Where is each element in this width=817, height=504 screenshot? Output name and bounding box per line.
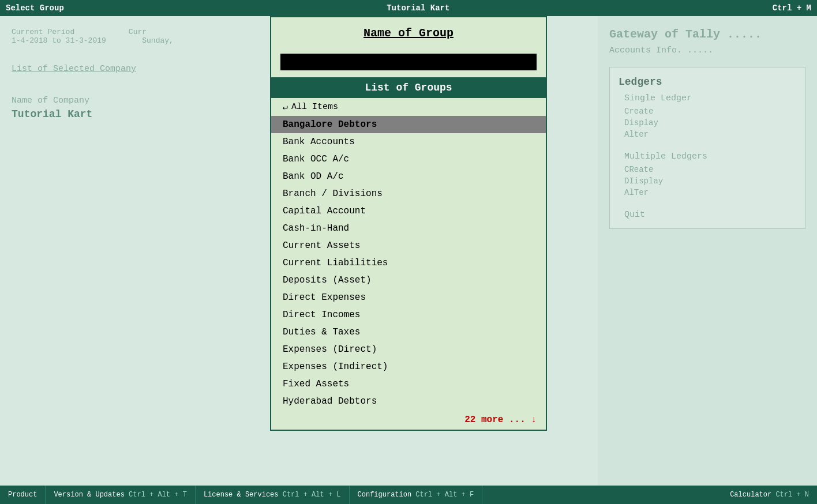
modal-input-area [271,49,546,77]
right-panel: Gateway of Tally ..... Accounts Info. ..… [598,16,817,486]
list-item-all[interactable]: ↵ All Items [271,98,546,116]
list-item-expenses-indirect[interactable]: Expenses (Indirect) [271,358,546,375]
list-item-fixed-assets[interactable]: Fixed Assets [271,375,546,393]
list-item-cash-in-hand[interactable]: Cash-in-Hand [271,220,546,237]
list-item-branch-divisions[interactable]: Branch / Divisions [271,185,546,202]
list-item-hyderabad-debtors[interactable]: Hyderabad Debtors [271,393,546,410]
quit-button[interactable]: Quit [624,210,796,220]
list-of-groups-body: ↵ All Items Bangalore Debtors Bank Accou… [271,98,546,410]
multiple-display[interactable]: DIisplay [624,176,796,186]
list-item-capital-account[interactable]: Capital Account [271,202,546,220]
modal-header: Name of Group [271,17,546,49]
gateway-of-tally: Gateway of Tally ..... [609,28,805,41]
ledgers-title: Ledgers [619,76,796,88]
bottom-bar: Product Version & Updates Ctrl + Alt + T… [0,486,817,504]
list-item-direct-incomes[interactable]: Direct Incomes [271,306,546,324]
list-item-bank-occ[interactable]: Bank OCC A/c [271,151,546,168]
list-item-deposits-asset[interactable]: Deposits (Asset) [271,272,546,289]
title-bar: Select Group Tutorial Kart Ctrl + M [0,0,817,16]
title-bar-left: Select Group [6,3,64,13]
list-more-indicator: 22 more ... ↓ [271,410,546,430]
modal-title: Name of Group [280,27,537,40]
list-of-groups-header: List of Groups [271,77,546,98]
bottom-product: Product [0,486,46,504]
multiple-create[interactable]: CReate [624,165,796,174]
list-item-bank-od[interactable]: Bank OD A/c [271,168,546,185]
single-ledger-label: Single Ledger [624,93,796,103]
title-bar-center: Tutorial Kart [387,3,449,13]
single-alter[interactable]: Alter [624,130,796,139]
list-item-duties-taxes[interactable]: Duties & Taxes [271,324,546,341]
list-item-current-assets[interactable]: Current Assets [271,237,546,254]
list-item-bank-accounts[interactable]: Bank Accounts [271,133,546,151]
multiple-ledgers-label: Multiple Ledgers [624,152,796,161]
bottom-license-services[interactable]: License & Services Ctrl + Alt + L [196,486,350,504]
list-item-bangalore-debtors[interactable]: Bangalore Debtors [271,116,546,133]
bottom-calculator[interactable]: Calculator Ctrl + N [722,486,817,504]
single-display[interactable]: Display [624,118,796,127]
bottom-configuration[interactable]: Configuration Ctrl + Alt + F [350,486,483,504]
ledgers-box: Ledgers Single Ledger Create Display Alt… [609,67,805,229]
list-item-expenses-direct[interactable]: Expenses (Direct) [271,341,546,358]
single-create[interactable]: Create [624,107,796,116]
list-item-current-liabilities[interactable]: Current Liabilities [271,254,546,272]
title-bar-right: Ctrl + M [773,3,811,13]
group-name-input[interactable] [280,54,537,70]
accounts-info: Accounts Info. ..... [609,46,805,55]
bottom-version-updates[interactable]: Version & Updates Ctrl + Alt + T [46,486,195,504]
select-group-modal: Name of Group List of Groups ↵ All Items… [270,16,547,431]
list-item-direct-expenses[interactable]: Direct Expenses [271,289,546,306]
multiple-alter[interactable]: AlTer [624,188,796,197]
